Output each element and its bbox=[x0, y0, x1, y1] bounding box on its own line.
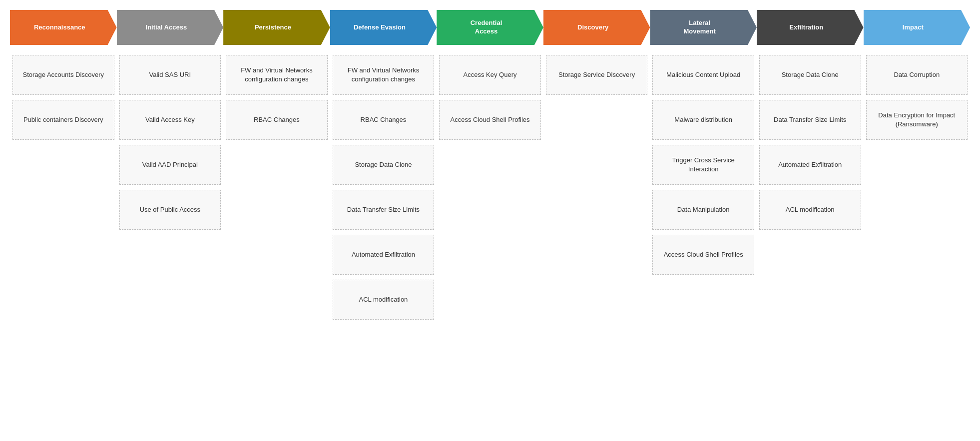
card-cred: Access Cloud Shell Profiles bbox=[439, 100, 541, 140]
chevron-label-recon: Reconnaissance bbox=[34, 23, 85, 32]
chevron-label-impact: Impact bbox=[903, 23, 924, 32]
column-recon: Storage Accounts DiscoveryPublic contain… bbox=[10, 55, 117, 140]
chevron-lateral: Lateral Movement bbox=[650, 10, 757, 45]
column-exfil: Storage Data CloneData Transfer Size Lim… bbox=[757, 55, 864, 230]
chevron-label-exfil: Exfiltration bbox=[789, 23, 823, 32]
header-row: ReconnaissanceInitial AccessPersistenceD… bbox=[10, 10, 970, 45]
column-initial: Valid SAS URIValid Access KeyValid AAD P… bbox=[117, 55, 224, 230]
card-lateral: Data Manipulation bbox=[652, 190, 754, 230]
card-impact: Data Encryption for Impact (Ransomware) bbox=[866, 100, 968, 140]
card-initial: Valid Access Key bbox=[119, 100, 221, 140]
card-initial: Valid SAS URI bbox=[119, 55, 221, 95]
chevron-label-persist: Persistence bbox=[255, 23, 291, 32]
chevron-wrapper-initial: Initial Access bbox=[117, 10, 224, 45]
chevron-initial: Initial Access bbox=[117, 10, 224, 45]
chevron-wrapper-persist: Persistence bbox=[223, 10, 330, 45]
chevron-defense: Defense Evasion bbox=[330, 10, 437, 45]
chevron-wrapper-cred: Credential Access bbox=[437, 10, 543, 45]
card-impact: Data Corruption bbox=[866, 55, 968, 95]
card-lateral: Access Cloud Shell Profiles bbox=[652, 235, 754, 275]
chevron-wrapper-exfil: Exfiltration bbox=[757, 10, 864, 45]
chevron-persist: Persistence bbox=[223, 10, 330, 45]
card-lateral: Malware distribution bbox=[652, 100, 754, 140]
card-recon: Storage Accounts Discovery bbox=[12, 55, 114, 95]
chevron-label-lateral: Lateral Movement bbox=[684, 19, 716, 36]
card-cred: Access Key Query bbox=[439, 55, 541, 95]
column-lateral: Malicious Content UploadMalware distribu… bbox=[650, 55, 757, 275]
card-exfil: Data Transfer Size Limits bbox=[759, 100, 861, 140]
card-defense: RBAC Changes bbox=[333, 100, 435, 140]
card-persist: RBAC Changes bbox=[226, 100, 328, 140]
column-persist: FW and Virtual Networks configuration ch… bbox=[223, 55, 330, 140]
card-exfil: Storage Data Clone bbox=[759, 55, 861, 95]
card-defense: ACL modification bbox=[333, 280, 435, 320]
chevron-cred: Credential Access bbox=[437, 10, 543, 45]
chevron-exfil: Exfiltration bbox=[757, 10, 864, 45]
chevron-discovery: Discovery bbox=[543, 10, 650, 45]
chevron-label-defense: Defense Evasion bbox=[354, 23, 406, 32]
card-defense: Data Transfer Size Limits bbox=[333, 190, 435, 230]
card-defense: Storage Data Clone bbox=[333, 145, 435, 185]
chevron-wrapper-recon: Reconnaissance bbox=[10, 10, 117, 45]
chevron-impact: Impact bbox=[864, 10, 971, 45]
chevron-wrapper-impact: Impact bbox=[864, 10, 971, 45]
card-lateral: Trigger Cross Service Interaction bbox=[652, 145, 754, 185]
card-exfil: ACL modification bbox=[759, 190, 861, 230]
chevron-wrapper-defense: Defense Evasion bbox=[330, 10, 437, 45]
card-initial: Use of Public Access bbox=[119, 190, 221, 230]
card-lateral: Malicious Content Upload bbox=[652, 55, 754, 95]
card-initial: Valid AAD Principal bbox=[119, 145, 221, 185]
chevron-wrapper-discovery: Discovery bbox=[543, 10, 650, 45]
card-defense: Automated Exfiltration bbox=[333, 235, 435, 275]
card-exfil: Automated Exfiltration bbox=[759, 145, 861, 185]
column-impact: Data CorruptionData Encryption for Impac… bbox=[864, 55, 971, 140]
card-defense: FW and Virtual Networks configuration ch… bbox=[333, 55, 435, 95]
chevron-recon: Reconnaissance bbox=[10, 10, 117, 45]
chevron-wrapper-lateral: Lateral Movement bbox=[650, 10, 757, 45]
chevron-label-cred: Credential Access bbox=[471, 19, 502, 36]
column-cred: Access Key QueryAccess Cloud Shell Profi… bbox=[437, 55, 543, 140]
content-row: Storage Accounts DiscoveryPublic contain… bbox=[10, 55, 970, 320]
column-defense: FW and Virtual Networks configuration ch… bbox=[330, 55, 437, 320]
column-discovery: Storage Service Discovery bbox=[543, 55, 650, 95]
attack-chain: ReconnaissanceInitial AccessPersistenceD… bbox=[10, 10, 970, 320]
card-persist: FW and Virtual Networks configuration ch… bbox=[226, 55, 328, 95]
chevron-label-discovery: Discovery bbox=[577, 23, 608, 32]
chevron-label-initial: Initial Access bbox=[146, 23, 187, 32]
card-discovery: Storage Service Discovery bbox=[546, 55, 648, 95]
card-recon: Public containers Discovery bbox=[12, 100, 114, 140]
